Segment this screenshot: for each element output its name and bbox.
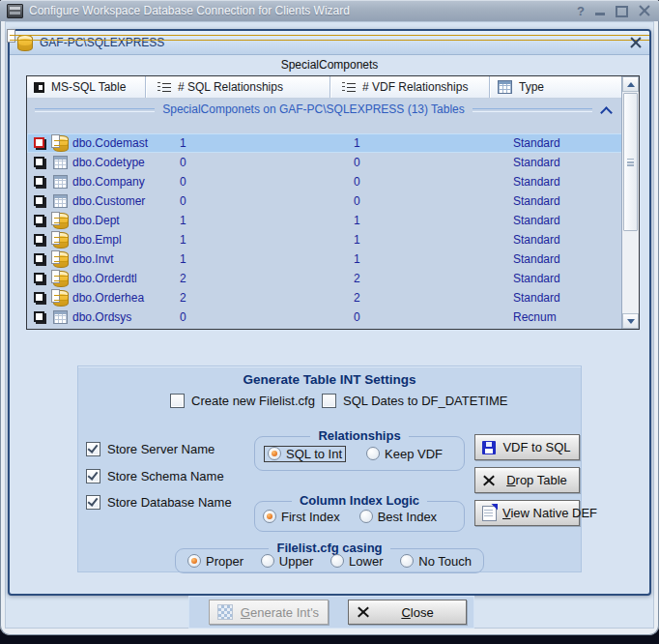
row-select-box[interactable] [34,234,44,245]
row-select-box[interactable] [34,195,44,206]
minimize-button[interactable] [595,13,605,15]
cell-sql-relationships: 2 [180,269,186,288]
row-select-box[interactable] [34,273,44,283]
radio-no-touch[interactable]: No Touch [400,554,472,569]
table-row[interactable]: dbo.Invt 1 1 Standard [27,249,622,269]
cell-vdf-relationships: 2 [354,269,360,288]
form-icon [34,82,44,93]
app-icon [7,4,23,18]
window-controls: ? [577,4,652,17]
arrow-up-icon [627,78,635,87]
checkbox-label: Create new Filelist.cfg [191,394,315,408]
connection-panel-titlebar: GAF-PC\SQLEXPRESS [10,31,649,55]
x-icon [482,474,496,486]
column-header-type[interactable]: Type [490,76,622,98]
radio-first-index[interactable]: First Index [263,510,340,524]
checkbox-box[interactable] [170,394,185,408]
checkbox-box[interactable] [86,469,100,483]
table-type-icon [53,175,68,189]
table-row[interactable]: dbo.Orderhea 2 2 Standard [27,288,622,307]
cell-type: Standard [513,172,560,191]
scroll-down-button[interactable] [622,313,639,329]
cell-type: Standard [513,133,560,153]
table-type-icon [53,271,69,287]
group-header-row[interactable]: SpecialComponets on GAF-PC\SQLEXPRESS (1… [27,98,622,121]
numbered-list-icon [158,81,171,93]
table-row[interactable]: dbo.Dept 1 1 Standard [27,211,622,230]
database-icon [17,35,33,51]
cell-sql-relationships: 1 [180,211,186,230]
row-select-box[interactable] [34,137,44,148]
help-button[interactable]: ? [577,5,585,17]
table-row[interactable]: dbo.Codemast 1 1 Standard [27,133,622,153]
radio-upper[interactable]: Upper [261,554,313,569]
cell-vdf-relationships: 0 [354,191,360,211]
checkbox-box[interactable] [322,394,336,408]
checkbox-label: Store Server Name [107,442,215,456]
view-native-def-button[interactable]: View Native DEF [474,500,580,526]
column-header-sql-relationships[interactable]: # SQL Relationships [146,76,330,98]
generate-ints-button[interactable]: Generate Int's [209,600,329,625]
radio-proper[interactable]: Proper [187,554,244,569]
cell-type: Standard [513,269,560,288]
table-row[interactable]: dbo.Codetype 0 0 Standard [27,153,622,172]
checkbox-create-new-filelist[interactable]: Create new Filelist.cfg [170,394,315,408]
checkbox-store-schema-name[interactable]: Store Schema Name [86,469,224,483]
scroll-up-button[interactable] [622,76,639,92]
cell-vdf-relationships: 0 [354,307,360,327]
row-select-box[interactable] [34,176,44,187]
table-row[interactable]: dbo.Ordsys 0 0 Recnum [27,307,622,327]
close-button[interactable] [639,5,650,16]
checkbox-box[interactable] [86,495,100,510]
radio-label: Lower [349,554,383,569]
scrollbar-thumb[interactable] [623,93,638,231]
checkbox-label: SQL Dates to DF_DATETIME [343,394,508,408]
cell-table-name: dbo.Codemast [72,133,148,153]
table-row[interactable]: dbo.Orderdtl 2 2 Standard [27,269,622,288]
radio-keep-vdf[interactable]: Keep VDF [366,447,443,461]
radio-icon [330,554,344,568]
radio-icon [187,554,201,568]
radio-best-index[interactable]: Best Index [359,510,437,524]
window-title: Configure Workspace Database Connection … [29,4,571,17]
vertical-scrollbar[interactable] [621,76,639,329]
cell-sql-relationships: 2 [180,288,186,307]
row-select-box[interactable] [34,292,44,303]
radio-sql-to-int[interactable]: SQL to Int [265,447,345,461]
workspace-caption: SpecialComponets [10,55,649,74]
table-row[interactable]: dbo.Company 0 0 Standard [27,172,622,191]
row-select-box[interactable] [34,253,44,264]
row-select-box[interactable] [34,311,44,322]
panel-close-icon[interactable] [630,37,642,48]
table-type-icon [53,232,69,249]
checkbox-label: Store Schema Name [107,469,224,483]
table-row[interactable]: dbo.Customer 0 0 Standard [27,191,622,211]
table-row[interactable]: dbo.Empl 1 1 Standard [27,230,622,249]
drop-table-button[interactable]: Drop Table [474,467,580,493]
vdf-to-sql-button[interactable]: VDF to SQL [474,434,580,460]
collapse-chevron-icon[interactable] [600,106,613,119]
radio-label: Keep VDF [385,447,443,461]
checkbox-box[interactable] [86,442,100,456]
radio-lower[interactable]: Lower [330,554,383,569]
cell-type: Standard [513,230,560,249]
cell-sql-relationships: 0 [180,191,186,211]
checkbox-store-server-name[interactable]: Store Server Name [86,442,215,456]
cell-sql-relationships: 0 [180,307,186,327]
row-select-box[interactable] [34,157,44,167]
column-header-vdf-relationships[interactable]: # VDF Relationships [330,76,490,98]
checkbox-sql-dates[interactable]: SQL Dates to DF_DATETIME [322,394,508,408]
radio-icon [400,554,414,568]
panel-title: Generate Table INT Settings [78,372,581,387]
column-header-mssql-table[interactable]: MS-SQL Table [27,76,146,98]
group-title: Column Index Logic [255,493,464,508]
numbered-list-icon [342,81,356,93]
checkbox-store-database-name[interactable]: Store Database Name [86,495,232,510]
cell-type: Standard [513,288,560,307]
close-dialog-button[interactable]: Close [348,600,467,625]
row-select-box[interactable] [34,215,44,225]
table-type-icon [53,251,69,268]
radio-label: SQL to Int [286,447,342,461]
restore-button[interactable] [616,6,628,17]
cell-type: Standard [513,191,560,211]
